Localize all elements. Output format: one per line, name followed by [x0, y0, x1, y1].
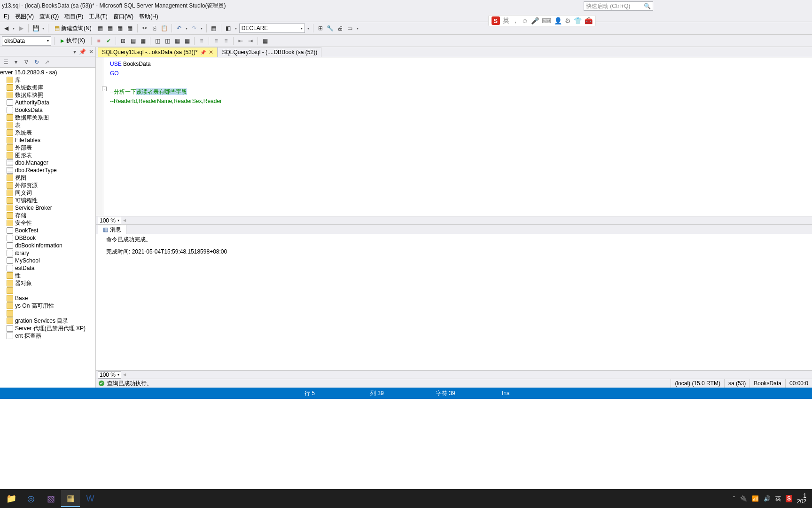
menu-view[interactable]: 视图(V) [12, 12, 37, 22]
uncomment-icon[interactable]: ≡ [222, 37, 230, 45]
tree-node[interactable]: AuthorityData [0, 99, 95, 106]
filter-icon[interactable]: ∇ [23, 58, 30, 66]
tree-node[interactable]: 性 [0, 272, 95, 279]
new-query-button[interactable]: ▤ 新建查询(N) [51, 23, 95, 34]
ime-lang-label[interactable]: 英 [503, 16, 509, 25]
toggle-dropdown-icon[interactable]: ▾ [234, 24, 238, 32]
task-ssms[interactable]: ▦ [61, 490, 80, 507]
close-icon[interactable]: ✕ [209, 49, 213, 56]
person-icon[interactable]: 👤 [554, 17, 562, 24]
tree-node[interactable]: 表 [0, 121, 95, 129]
print-icon[interactable]: 🖨 [336, 24, 344, 32]
scroll-left-icon[interactable]: ◀ [123, 373, 126, 377]
tree-node[interactable]: FileTables [0, 136, 95, 144]
tree-node[interactable]: 同义词 [0, 189, 95, 197]
tray-clock[interactable]: 1 202 [797, 493, 806, 504]
declare-combo[interactable]: DECLARE ▾ [239, 24, 305, 33]
save-dropdown-icon[interactable]: ▾ [41, 24, 45, 32]
plan3-icon[interactable]: ▦ [173, 37, 181, 45]
database-combo[interactable]: oksData ▾ [2, 36, 51, 46]
collapse-icon[interactable]: - [102, 87, 107, 91]
indent-icon[interactable]: ≡ [197, 37, 206, 45]
task-browser[interactable]: ◎ [22, 490, 40, 507]
tree-node[interactable]: 系统数据库 [0, 84, 95, 91]
comma-icon[interactable]: ， [512, 16, 519, 25]
cut-icon[interactable]: ✂ [141, 24, 149, 32]
tree-node[interactable]: Server 代理(已禁用代理 XP) [0, 325, 95, 332]
tree-node[interactable]: dbo.Manager [0, 159, 95, 167]
outdent-icon[interactable]: ⇤ [236, 37, 245, 45]
specify-icon[interactable]: ▦ [261, 37, 269, 45]
menu-query[interactable]: 查询(Q) [37, 12, 62, 22]
pin-icon[interactable]: 📌 [79, 48, 86, 55]
task-word[interactable]: W [81, 490, 100, 507]
disconnect-icon[interactable]: ▾ [12, 58, 20, 66]
tray-ime-lang[interactable]: 英 [775, 495, 781, 503]
keyboard-icon[interactable]: ⌨ [542, 17, 551, 24]
tree-node[interactable]: 数据库关系图 [0, 114, 95, 121]
back-dropdown-icon[interactable]: ▾ [12, 24, 16, 32]
tree-node[interactable]: 安全性 [0, 219, 95, 227]
copy-icon[interactable]: ⎘ [150, 24, 159, 32]
tree-server-node[interactable]: erver 15.0.2080.9 - sa) [0, 69, 95, 76]
tray-network-icon[interactable]: 📶 [752, 495, 759, 502]
redo-icon[interactable]: ↷ [190, 24, 198, 32]
tray-volume-icon[interactable]: 🔊 [764, 495, 771, 502]
tree-node[interactable]: dbBookInformation [0, 242, 95, 249]
tree-node[interactable]: 外部表 [0, 144, 95, 151]
tree-node[interactable]: ibrary [0, 249, 95, 257]
toolbox-icon[interactable]: 🧰 [585, 17, 593, 24]
undo-dropdown-icon[interactable]: ▾ [185, 24, 188, 32]
stop-icon[interactable]: ■ [94, 37, 103, 45]
redo-dropdown-icon[interactable]: ▾ [200, 24, 203, 32]
tree-node[interactable]: 存储 [0, 212, 95, 219]
tree-node[interactable]: Service Broker [0, 204, 95, 212]
task-visual-studio[interactable]: ▧ [41, 490, 60, 507]
query-template2-icon[interactable]: ▦ [106, 24, 115, 32]
zoom-combo[interactable]: 100 % ▾ [98, 371, 121, 379]
tree-node[interactable]: dbo.ReaderType [0, 167, 95, 174]
results-messages[interactable]: 命令已成功完成。 完成时间: 2021-05-04T15:59:48.15185… [96, 234, 812, 370]
tab-inactive[interactable]: SQLQuery3.sql - (....DBBook (sa (52)) [218, 47, 321, 57]
quick-launch-input[interactable]: 快速启动 (Ctrl+Q) 🔍 [584, 1, 653, 11]
tree-node[interactable]: DBBook [0, 234, 95, 242]
plan-icon[interactable]: ◫ [153, 37, 162, 45]
save-icon[interactable]: 💾 [31, 24, 40, 32]
grid-icon[interactable]: ▦ [210, 24, 218, 32]
tree-node[interactable] [0, 287, 95, 294]
execute-button[interactable]: ▶ 执行(X) [57, 35, 88, 46]
smile-icon[interactable]: ☺ [522, 17, 528, 24]
tree-node[interactable]: gration Services 目录 [0, 317, 95, 325]
comment-icon[interactable]: ≡ [212, 37, 220, 45]
tree-node[interactable]: estData [0, 264, 95, 272]
tree-node[interactable]: ys On 高可用性 [0, 302, 95, 310]
tree-node[interactable]: MySchool [0, 257, 95, 264]
pin-icon[interactable]: 📌 [200, 50, 206, 55]
tree-node[interactable]: 可编程性 [0, 197, 95, 204]
task-file-explorer[interactable]: 📁 [2, 490, 21, 507]
scroll-left-icon[interactable]: ◀ [123, 218, 126, 222]
back-icon[interactable]: ◀ [2, 24, 10, 32]
tree-node[interactable]: 外部资源 [0, 182, 95, 189]
menu-project[interactable]: 项目(P) [62, 12, 86, 22]
more-icon[interactable]: ↗ [43, 58, 51, 66]
tree-node[interactable]: 库 [0, 76, 95, 84]
refresh-icon[interactable]: ↻ [33, 58, 40, 66]
table-icon[interactable]: ⊞ [316, 24, 325, 32]
tree-node[interactable]: 数据库快照 [0, 91, 95, 99]
tray-power-icon[interactable]: 🔌 [740, 495, 747, 502]
forward-icon[interactable]: ▶ [17, 24, 25, 32]
tray-sogou-icon[interactable]: S [786, 495, 792, 502]
zoom-combo[interactable]: 100 % ▾ [98, 217, 121, 224]
plan2-icon[interactable]: ◫ [163, 37, 172, 45]
sql-editor[interactable]: - USE BooksData GO --分析一下该读者表有哪些字段 --Rea… [96, 57, 812, 216]
box-dropdown-icon[interactable]: ▾ [356, 24, 359, 32]
wrench-icon[interactable]: 🔧 [326, 24, 335, 32]
tray-up-icon[interactable]: ˄ [733, 495, 735, 502]
menu-tools[interactable]: 工具(T) [86, 12, 110, 22]
close-icon[interactable]: ✕ [89, 48, 94, 55]
tree-node[interactable]: ent 探查器 [0, 332, 95, 340]
indent2-icon[interactable]: ⇥ [246, 37, 255, 45]
menu-file[interactable]: E) [1, 12, 12, 21]
query-template3-icon[interactable]: ▦ [116, 24, 125, 32]
